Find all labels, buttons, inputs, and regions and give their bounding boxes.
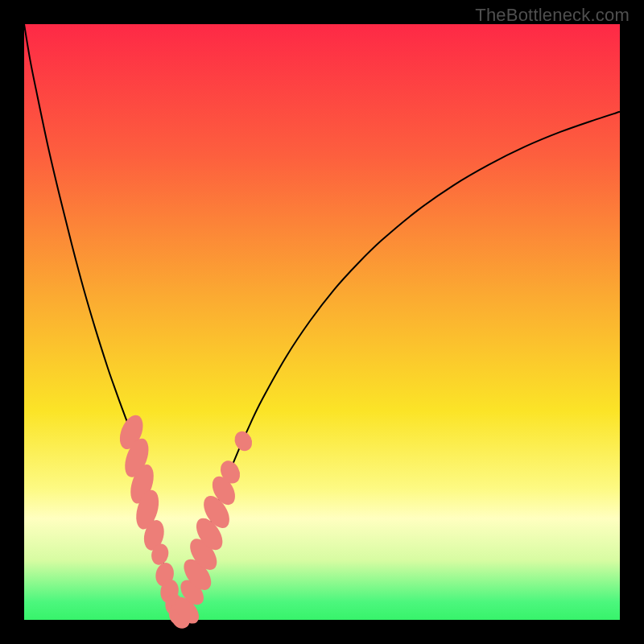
chart-frame: TheBottleneck.com	[0, 0, 644, 644]
bottleneck-curve	[24, 24, 620, 620]
curve-layer	[24, 24, 620, 620]
marker-group	[115, 412, 255, 632]
watermark-text: TheBottleneck.com	[475, 5, 630, 26]
curve-marker	[231, 428, 255, 454]
